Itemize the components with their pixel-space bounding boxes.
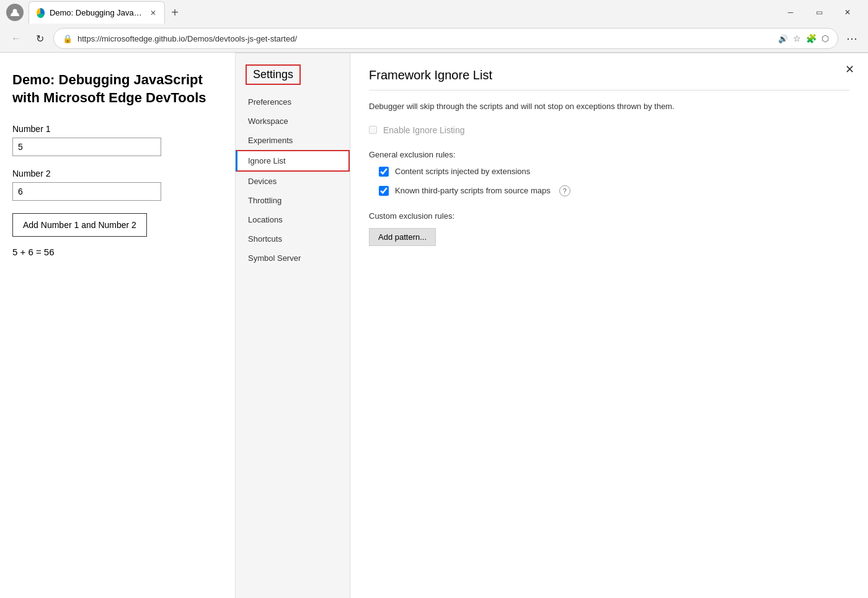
restore-button[interactable]: ▭ <box>805 2 833 22</box>
tab-close-button[interactable]: ✕ <box>149 8 157 18</box>
result-text: 5 + 6 = 56 <box>12 247 223 257</box>
devtools-panel: Settings Preferences Workspace Experimen… <box>236 53 868 598</box>
back-button[interactable]: ← <box>6 29 26 48</box>
address-bar-icons: 🔊 ☆ 🧩 ⬡ <box>778 33 829 43</box>
sidebar-item-shortcuts[interactable]: Shortcuts <box>236 229 350 248</box>
settings-overlay: Settings Preferences Workspace Experimen… <box>236 53 868 598</box>
third-party-scripts-checkbox[interactable] <box>379 186 389 196</box>
tab-favicon <box>37 8 45 18</box>
shortcuts-label: Shortcuts <box>248 234 282 244</box>
extensions-icon[interactable]: 🧩 <box>806 33 817 43</box>
enable-ignore-listing-checkbox[interactable] <box>369 126 377 134</box>
preferences-label: Preferences <box>248 97 291 107</box>
settings-description: Debugger will skip through the scripts a… <box>369 100 849 113</box>
address-bar[interactable]: 🔒 https://microsoftedge.github.io/Demos/… <box>53 28 838 49</box>
sidebar-item-experiments[interactable]: Experiments <box>236 131 350 150</box>
ignore-list-label: Ignore List <box>248 156 286 165</box>
locations-label: Locations <box>248 215 283 224</box>
settings-close-button[interactable]: ✕ <box>841 61 858 78</box>
toolbar-icons: ⋯ <box>842 29 862 48</box>
content-scripts-label: Content scripts injected by extensions <box>395 167 530 176</box>
settings-divider <box>369 90 849 90</box>
workspace-label: Workspace <box>248 117 288 126</box>
read-aloud-icon[interactable]: 🔊 <box>778 34 788 43</box>
number1-input[interactable] <box>12 138 161 156</box>
collections-icon[interactable]: ⬡ <box>822 33 829 43</box>
number1-label: Number 1 <box>12 124 223 134</box>
url-text: https://microsoftedge.github.io/Demos/de… <box>78 34 773 43</box>
minimize-button[interactable]: ─ <box>776 2 805 22</box>
webpage-panel: Demo: Debugging JavaScript with Microsof… <box>0 53 236 598</box>
custom-exclusions-section: Custom exclusion rules: Add pattern... <box>369 211 849 246</box>
sidebar-item-symbol-server[interactable]: Symbol Server <box>236 248 350 268</box>
more-tools-button[interactable]: ⋯ <box>842 29 862 48</box>
help-icon[interactable]: ? <box>559 185 570 196</box>
title-bar: Demo: Debugging JavaScript wit ✕ + ─ ▭ ✕ <box>0 0 868 25</box>
sidebar-item-throttling[interactable]: Throttling <box>236 191 350 210</box>
content-scripts-row: Content scripts injected by extensions <box>379 167 849 177</box>
refresh-button[interactable]: ↻ <box>30 29 50 48</box>
page-content: Demo: Debugging JavaScript with Microsof… <box>0 53 868 598</box>
close-button[interactable]: ✕ <box>833 2 862 22</box>
window-controls: ─ ▭ ✕ <box>776 2 862 22</box>
symbol-server-label: Symbol Server <box>248 253 301 263</box>
address-bar-row: ← ↻ 🔒 https://microsoftedge.github.io/De… <box>0 25 868 52</box>
third-party-scripts-label: Known third-party scripts from source ma… <box>395 186 551 195</box>
settings-sidebar: Settings Preferences Workspace Experimen… <box>236 53 350 598</box>
number2-input[interactable] <box>12 182 161 201</box>
settings-content-title: Framework Ignore List <box>369 68 849 82</box>
number2-label: Number 2 <box>12 169 223 178</box>
settings-title[interactable]: Settings <box>246 64 301 85</box>
settings-content-panel: ✕ Framework Ignore List Debugger will sk… <box>350 53 868 598</box>
custom-exclusions-label: Custom exclusion rules: <box>369 211 849 221</box>
active-tab[interactable]: Demo: Debugging JavaScript wit ✕ <box>29 1 165 24</box>
sidebar-item-workspace[interactable]: Workspace <box>236 112 350 131</box>
lock-icon: 🔒 <box>63 34 73 43</box>
throttling-label: Throttling <box>248 196 281 205</box>
devices-label: Devices <box>248 177 277 186</box>
settings-title-wrap: Settings <box>236 59 350 92</box>
enable-ignore-listing-row: Enable Ignore Listing <box>369 125 849 135</box>
sidebar-item-locations[interactable]: Locations <box>236 210 350 229</box>
add-button[interactable]: Add Number 1 and Number 2 <box>12 213 147 237</box>
favorites-icon[interactable]: ☆ <box>793 33 801 43</box>
page-title: Demo: Debugging JavaScript with Microsof… <box>12 71 223 107</box>
new-tab-button[interactable]: + <box>165 2 185 22</box>
general-exclusions-label: General exclusion rules: <box>369 150 849 159</box>
enable-ignore-listing-label: Enable Ignore Listing <box>383 125 465 135</box>
tab-title: Demo: Debugging JavaScript wit <box>50 8 144 17</box>
sidebar-item-devices[interactable]: Devices <box>236 172 350 191</box>
add-pattern-button[interactable]: Add pattern... <box>369 228 436 246</box>
browser-chrome: Demo: Debugging JavaScript wit ✕ + ─ ▭ ✕… <box>0 0 868 53</box>
sidebar-item-preferences[interactable]: Preferences <box>236 92 350 112</box>
profile-icon[interactable] <box>6 4 24 21</box>
experiments-label: Experiments <box>248 136 293 145</box>
content-scripts-checkbox[interactable] <box>379 167 389 177</box>
third-party-scripts-row: Known third-party scripts from source ma… <box>379 185 849 196</box>
sidebar-item-ignore-list[interactable]: Ignore List <box>236 150 350 172</box>
